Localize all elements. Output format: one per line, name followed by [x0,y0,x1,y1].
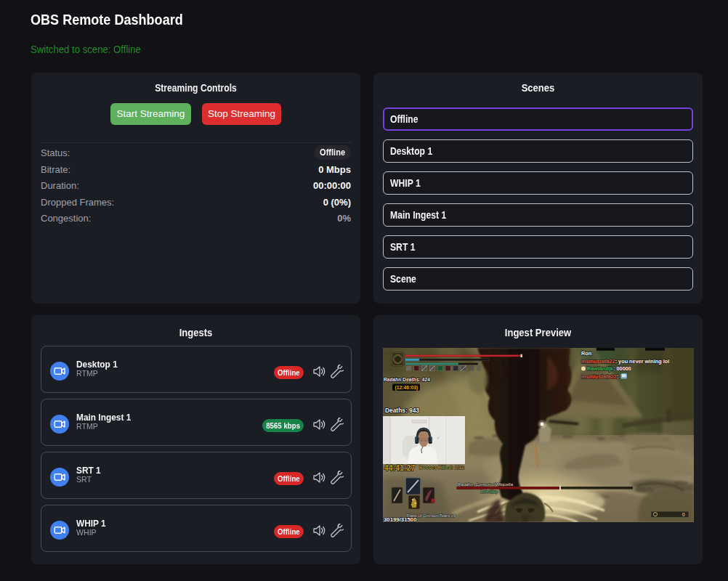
svg-text:Rot buildup: Rot buildup [480,490,498,494]
svg-text:Rawlandjk: 00000: Rawlandjk: 00000 [587,365,631,372]
svg-text:Radahn, Consort of Miquella: Radahn, Consort of Miquella [458,482,514,487]
svg-text:Deaths: 943: Deaths: 943 [385,407,419,414]
svg-text:Bosses Killed: 1/12: Bosses Killed: 1/12 [419,465,464,470]
svg-text:(12:46:03): (12:46:03) [395,385,418,391]
svg-text:msmiustafa22:: msmiustafa22: [581,373,618,380]
svg-text:msmustafa22: you never wining: msmustafa22: you never wining lol [581,358,669,365]
svg-text:Ron: Ron [581,350,591,357]
svg-text:30199/31500: 30199/31500 [384,516,417,522]
svg-text:0: 0 [682,512,685,517]
svg-text:44:41:27: 44:41:27 [384,464,416,472]
svg-text:Radahn Deaths: 424: Radahn Deaths: 424 [384,377,430,382]
